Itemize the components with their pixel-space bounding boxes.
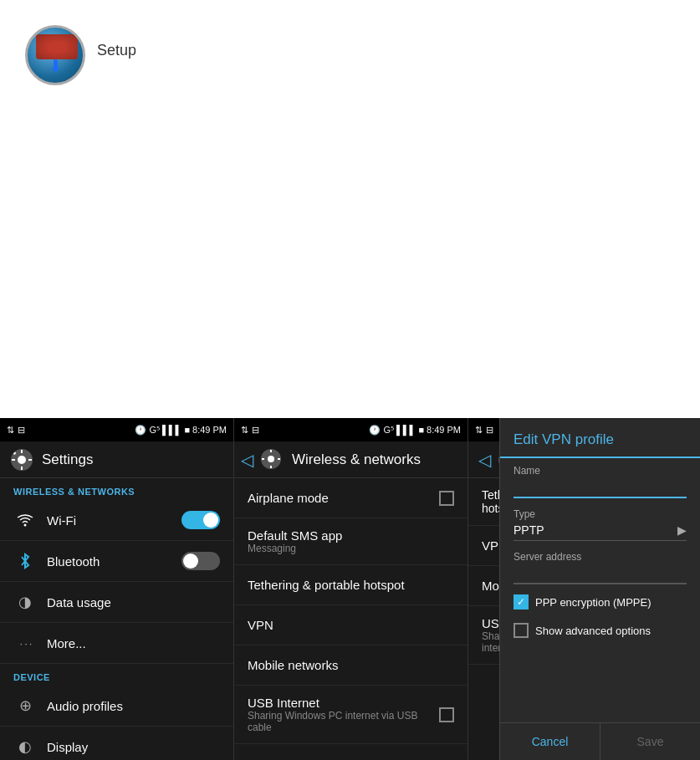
- section-wireless-header: WIRELESS & NETWORKS: [0, 478, 233, 500]
- vpn-back-arrow[interactable]: ◁: [478, 450, 491, 470]
- svg-rect-11: [270, 466, 272, 468]
- svg-rect-10: [270, 450, 272, 452]
- more-text: More...: [47, 636, 220, 650]
- wifi-label: Wi-Fi: [47, 513, 181, 528]
- vpn-name-field: Name: [500, 458, 700, 502]
- svg-rect-13: [278, 458, 280, 460]
- svg-point-7: [24, 524, 27, 527]
- svg-rect-3: [21, 467, 23, 470]
- vpn-server-label: Server address: [514, 551, 687, 563]
- settings-title: Settings: [42, 451, 93, 468]
- usb-internet-text: USB Internet Sharing Windows PC internet…: [248, 696, 439, 733]
- vpn-text: VPN: [248, 618, 454, 632]
- usb-icon-2: ⇅: [241, 425, 248, 436]
- airplane-text: Airplane mode: [248, 491, 439, 505]
- vpn-save-button[interactable]: Save: [600, 723, 700, 760]
- mobile-networks-item[interactable]: Mobile networks: [234, 645, 468, 686]
- usb-icon-3: ⇅: [475, 425, 483, 436]
- svg-rect-5: [28, 459, 32, 461]
- tethering-item[interactable]: Tethering & portable hotspot: [234, 565, 468, 605]
- vpn-ppp-checkbox[interactable]: ✓: [514, 594, 529, 610]
- data-usage-label: Data usage: [47, 595, 220, 610]
- back-arrow[interactable]: ◁: [241, 450, 253, 470]
- bottom-section: ⇅ ⊟ 🕐 G⁵ ▌▌▌ ■ 8:49 PM: [0, 418, 700, 760]
- sim-icon: ⊟: [18, 425, 25, 436]
- edit-vpn-dialog: Edit VPN profile Name Type PPTP ▶ Server…: [499, 418, 700, 760]
- sim-icon-3: ⊟: [486, 425, 493, 436]
- wireless-title: Wireless & networks: [292, 451, 421, 468]
- clock-icon: 🕐: [135, 425, 146, 436]
- settings-time: 8:49 PM: [192, 425, 227, 435]
- vpn-server-field: Server address: [500, 544, 700, 588]
- default-sms-item[interactable]: Default SMS app Messaging: [234, 518, 468, 565]
- battery-icon-2: ■: [418, 425, 424, 435]
- panel-wireless: ⇅ ⊟ 🕐 G⁵ ▌▌▌ ■ 8:49 PM ◁: [234, 418, 468, 760]
- svg-rect-2: [21, 450, 23, 453]
- vpn-name-input[interactable]: [514, 480, 687, 498]
- wifi-toggle[interactable]: [181, 511, 220, 529]
- more-icon: ···: [13, 631, 37, 655]
- more-label: More...: [47, 636, 220, 650]
- audio-label: Audio profiles: [47, 699, 220, 713]
- wifi-item[interactable]: Wi-Fi: [0, 500, 233, 541]
- status-left-2: ⇅ ⊟: [241, 425, 259, 436]
- bluetooth-icon: [13, 549, 37, 573]
- wireless-app-icon: [260, 448, 284, 472]
- audio-text: Audio profiles: [47, 699, 220, 713]
- vpn-type-arrow: ▶: [677, 523, 687, 537]
- display-item[interactable]: ◐ Display: [0, 727, 233, 760]
- default-sms-text: Default SMS app Messaging: [248, 528, 454, 554]
- vpn-cancel-button[interactable]: Cancel: [500, 723, 600, 760]
- top-area: Setup: [0, 0, 700, 418]
- vpn-dialog-actions: Cancel Save: [500, 722, 700, 760]
- wifi-icon: [13, 508, 37, 532]
- clock-icon-2: 🕐: [369, 425, 381, 436]
- audio-icon: ⊕: [13, 694, 37, 717]
- audio-item[interactable]: ⊕ Audio profiles: [0, 686, 233, 727]
- wireless-app-bar: ◁ Wireless & networks: [234, 441, 468, 478]
- vpn-type-section: Type PPTP ▶: [500, 502, 700, 544]
- bluetooth-text: Bluetooth: [47, 554, 181, 569]
- usb-internet-item[interactable]: USB Internet Sharing Windows PC internet…: [234, 686, 468, 744]
- airplane-item[interactable]: Airplane mode: [234, 478, 468, 518]
- vpn-name-label: Name: [514, 465, 687, 477]
- vpn-advanced-checkbox[interactable]: [514, 623, 529, 638]
- display-text: Display: [47, 740, 220, 754]
- svg-rect-12: [262, 458, 264, 460]
- vpn-item[interactable]: VPN: [234, 605, 468, 645]
- display-icon: ◐: [13, 735, 37, 758]
- bluetooth-toggle[interactable]: [181, 552, 220, 570]
- vpn-ppp-row[interactable]: ✓ PPP encryption (MPPE): [500, 588, 700, 616]
- vpn-advanced-row[interactable]: Show advanced options: [500, 616, 700, 645]
- data-usage-text: Data usage: [47, 595, 220, 610]
- vpn-dialog-title: Edit VPN profile: [500, 418, 700, 458]
- tethering-label: Tethering & portable hotspot: [248, 578, 454, 592]
- bluetooth-item[interactable]: Bluetooth: [0, 541, 233, 582]
- app-setup-label: Setup: [97, 42, 136, 59]
- default-sms-sub: Messaging: [248, 543, 454, 554]
- svg-point-9: [268, 456, 274, 462]
- settings-app-bar: Settings: [0, 441, 233, 478]
- nsis-icon: [25, 25, 85, 85]
- panel-settings: ⇅ ⊟ 🕐 G⁵ ▌▌▌ ■ 8:49 PM: [0, 418, 234, 760]
- more-item[interactable]: ··· More...: [0, 623, 233, 664]
- usb-internet-sub: Sharing Windows PC internet via USB cabl…: [248, 710, 439, 733]
- bluetooth-toggle-thumb: [183, 553, 198, 569]
- airplane-label: Airplane mode: [248, 491, 439, 505]
- vpn-server-input[interactable]: [514, 566, 687, 584]
- bluetooth-label: Bluetooth: [47, 554, 181, 569]
- mobile-networks-text: Mobile networks: [248, 658, 454, 672]
- vpn-type-value: PPTP: [514, 523, 677, 537]
- sim-icon-2: ⊟: [252, 425, 259, 436]
- usb-internet-checkbox[interactable]: [439, 707, 454, 722]
- bars-icon-2: ▌▌▌: [396, 425, 416, 435]
- default-sms-label: Default SMS app: [248, 528, 454, 543]
- status-left-3: ⇅ ⊟: [475, 425, 493, 436]
- data-usage-icon: [13, 590, 37, 614]
- wifi-toggle-thumb: [203, 513, 218, 528]
- data-usage-item[interactable]: Data usage: [0, 582, 233, 623]
- airplane-checkbox[interactable]: [439, 491, 454, 506]
- usb-internet-label: USB Internet: [248, 696, 439, 710]
- vpn-type-row[interactable]: PPTP ▶: [514, 523, 687, 541]
- signal-g5-2: G⁵: [383, 425, 394, 436]
